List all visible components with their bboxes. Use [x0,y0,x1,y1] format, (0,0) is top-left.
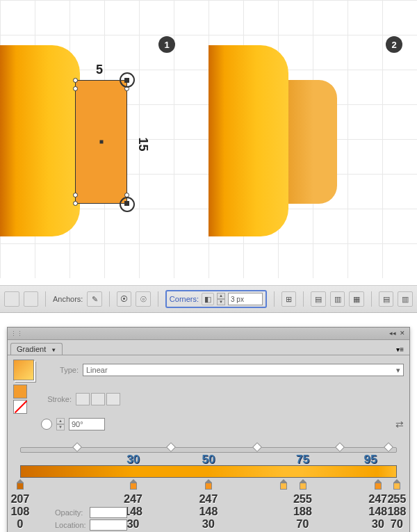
step-badge-1: 1 [158,36,175,53]
dimension-height: 15 [136,137,150,151]
opacity-field[interactable] [90,507,127,518]
angle-dial-icon[interactable] [41,419,52,430]
toolbar-sep [45,291,46,307]
rgb-column: 25518870 [293,493,312,531]
midpoint-diamond[interactable] [335,442,345,452]
panel-close-icon[interactable]: ✕ [398,330,407,338]
toolbar-sep [158,291,158,307]
corners-group: Corners: ◧ ▲▼ 3 px [165,290,267,308]
step-badge-2: 2 [386,36,402,53]
anchor-bl[interactable] [73,201,78,206]
rgb-column: 24714830 [369,493,388,531]
midpoint-diamond[interactable] [252,442,262,452]
percent-label: 95 [364,453,377,467]
percent-label: 30 [126,453,140,467]
shape-right-body[interactable] [208,45,288,236]
percent-label: 50 [202,453,215,467]
gradient-stops-row: 🗑 [20,479,397,492]
midpoint-diamond[interactable] [384,442,393,452]
stroke-label: Stroke: [31,395,72,403]
gradient-stop[interactable] [300,479,306,489]
align-btn-5[interactable]: ▤ [379,291,394,307]
rgb-column: 25518870 [388,493,407,531]
percent-labels: 30507595 [20,453,397,465]
opacity-field-wrap [62,507,127,518]
gradient-stop[interactable] [375,479,382,489]
align-btn-6[interactable]: ▥ [398,291,413,307]
type-select[interactable]: Linear ▾ [83,364,404,376]
angle-row: ▲▼ 90° ⇄ [13,418,404,430]
gradient-preview-swatch[interactable] [13,360,34,380]
dropdown-icon: ▾ [396,366,400,375]
rgb-column: 24714830 [199,493,218,531]
opacity-slider-rail[interactable] [20,447,397,453]
fill-swatch[interactable] [13,385,27,398]
gradient-stop[interactable] [393,479,400,489]
align-btn-4[interactable]: ▦ [349,291,364,307]
toolbar-sep [109,291,110,307]
anchor-tl[interactable] [73,78,78,83]
toolbar-sep [274,291,275,307]
stroke-row: Stroke: [13,385,404,414]
reverse-gradient-icon[interactable]: ⇄ [395,419,404,430]
gradient-bar[interactable] [20,465,397,478]
panel-tabs: Gradient ▼ ▾≡ [8,340,409,355]
anchor-bl2[interactable] [73,193,78,198]
align-btn-1[interactable]: ⊞ [281,291,297,307]
panel-header[interactable]: ⋮⋮ ◂◂ ✕ [8,328,409,340]
control-toolbar: Anchors: ✎ ⦿ ⦾ Corners: ◧ ▲▼ 3 px ⊞ ▤ ▥ … [0,285,417,313]
corners-value-input[interactable]: 3 px [228,293,263,305]
stroke-apply-2[interactable] [91,393,105,405]
align-btn-2[interactable]: ▤ [311,291,326,307]
panel-body: Type: Linear ▾ Stroke: ▲▼ 90° [8,355,409,532]
angle-spinner[interactable]: ▲▼ [56,418,65,430]
anchor-tl2[interactable] [73,86,78,91]
midpoint-diamond[interactable] [166,442,176,452]
type-label: Type: [38,366,79,374]
tab-gradient[interactable]: Gradient ▼ [10,343,63,355]
stroke-apply-3[interactable] [106,393,120,405]
location-field[interactable] [90,519,127,531]
align-btn-3[interactable]: ▥ [330,291,345,307]
toolbar-sep [371,291,372,307]
gradient-stop[interactable] [280,479,287,489]
corner-radius-handle-bottom[interactable] [120,197,135,212]
corners-spinner[interactable]: ▲▼ [217,293,225,305]
center-anchor[interactable] [99,140,103,144]
panel-collapse-icon[interactable]: ◂◂ [389,330,397,338]
handles-btn-1[interactable]: ⦿ [117,291,132,307]
gradient-stop[interactable] [130,479,137,489]
toolbar-btn-a1[interactable] [4,291,19,307]
canvas-area: 5 15 1 2 [0,0,417,278]
anchors-label: Anchors: [53,295,83,303]
toolbar-sep [303,291,304,307]
panel-grip[interactable]: ⋮⋮ [10,330,23,337]
stroke-swatch-none[interactable] [13,400,27,414]
handles-btn-2[interactable]: ⦾ [136,291,151,307]
midpoint-diamond[interactable] [72,442,82,452]
gradient-stop[interactable] [205,479,212,489]
corners-shape-icon[interactable]: ◧ [202,293,214,305]
angle-input[interactable]: 90° [69,418,105,430]
gradient-stop[interactable] [17,479,24,489]
tab-dropdown-icon[interactable]: ▼ [51,347,56,353]
gradient-panel: ⋮⋮ ◂◂ ✕ Gradient ▼ ▾≡ Type: Linear ▾ Str… [7,327,410,532]
location-field-wrap [62,519,127,531]
rgb-column: 2071080 [11,493,30,531]
type-row: Type: Linear ▾ [13,360,404,380]
shape-left-body[interactable] [0,45,80,236]
gradient-editor: 30507595 🗑 20710802471483024714830255188… [13,435,404,532]
dimension-width: 5 [96,63,103,77]
percent-label: 75 [296,453,309,467]
stroke-apply-1[interactable] [76,393,90,405]
selected-rectangle[interactable] [75,80,127,204]
toolbar-btn-a2[interactable] [24,291,39,307]
corners-label: Corners: [170,295,199,303]
panel-menu-icon[interactable]: ▾≡ [393,344,407,355]
convert-anchor-btn[interactable]: ✎ [87,291,102,307]
corner-radius-handle-top[interactable] [120,72,135,88]
